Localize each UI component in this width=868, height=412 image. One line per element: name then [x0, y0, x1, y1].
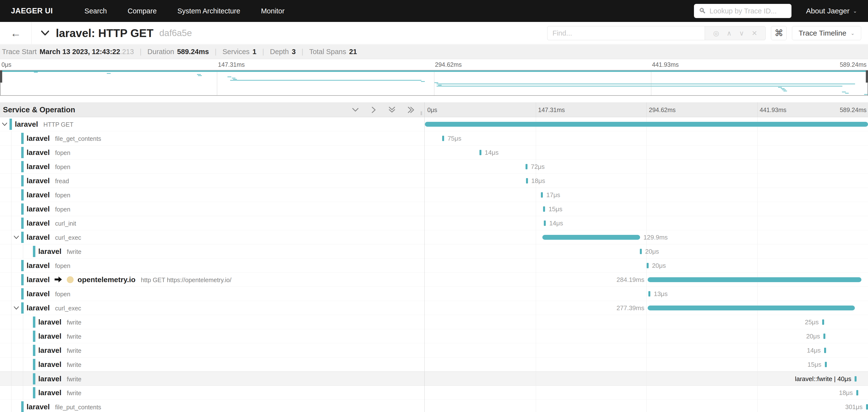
span-row[interactable]: laravelfwrite15μs [0, 357, 868, 372]
span-timeline-cell[interactable]: 18μs [425, 174, 868, 188]
span-row[interactable]: laravelfwrite20μs [0, 244, 868, 258]
span-duration-tick[interactable] [825, 362, 827, 367]
span-name-cell[interactable]: laravelopentelemetry.iohttp GET https://… [0, 273, 425, 287]
span-timeline-cell[interactable] [425, 117, 868, 131]
span-row[interactable]: laravelopentelemetry.iohttp GET https://… [0, 273, 868, 287]
span-timeline-cell[interactable]: 301μs [425, 400, 868, 412]
span-timeline-cell[interactable]: 20μs [425, 244, 868, 258]
span-duration-tick[interactable] [640, 249, 642, 254]
span-row[interactable]: laravelfopen72μs [0, 160, 868, 174]
minimap-drag-handle[interactable] [0, 70, 2, 83]
collapse-trace-chevron-icon[interactable] [40, 30, 50, 36]
span-row[interactable]: laravelfopen13μs [0, 287, 868, 301]
span-name-cell[interactable]: laravelfwrite [0, 315, 425, 329]
span-row[interactable]: laravelfile_get_contents75μs [0, 131, 868, 146]
span-timeline-cell[interactable]: 17μs [425, 188, 868, 202]
span-name-cell[interactable]: laravelfwrite [0, 244, 425, 258]
collapse-all-icon[interactable] [388, 106, 396, 114]
find-input[interactable] [552, 29, 700, 37]
span-duration-tick[interactable] [824, 334, 825, 339]
span-duration-tick[interactable] [526, 164, 527, 169]
span-timeline-cell[interactable]: 72μs [425, 160, 868, 174]
target-icon[interactable]: ◎ [713, 29, 719, 37]
span-name-cell[interactable]: laravelcurl_init [0, 216, 425, 230]
span-row[interactable]: laravelcurl_init14μs [0, 216, 868, 230]
span-name-cell[interactable]: laravelfopen [0, 160, 425, 174]
nav-item-system-architecture[interactable]: System Architecture [178, 7, 240, 15]
span-name-cell[interactable]: laravelfopen [0, 287, 425, 301]
span-name-cell[interactable]: laravelcurl_exec [0, 230, 425, 244]
span-duration-tick[interactable] [856, 390, 858, 395]
span-row[interactable]: laravelfopen15μs [0, 202, 868, 216]
nav-item-monitor[interactable]: Monitor [261, 7, 285, 15]
span-duration-tick[interactable] [647, 263, 649, 268]
span-name-cell[interactable]: laravelfwrite [0, 357, 425, 372]
span-name-cell[interactable]: laravelfopen [0, 146, 425, 160]
span-timeline-cell[interactable]: 18μs [425, 386, 868, 400]
span-timeline-cell[interactable]: 75μs [425, 131, 868, 146]
span-expander-chevron-icon[interactable] [13, 234, 20, 240]
span-duration-tick[interactable] [479, 150, 482, 155]
span-name-cell[interactable]: laravelfopen [0, 188, 425, 202]
span-timeline-cell[interactable]: 14μs [425, 343, 868, 357]
span-name-cell[interactable]: laravelfile_put_contents [0, 400, 425, 412]
span-timeline-cell[interactable]: 14μs [425, 216, 868, 230]
minimap-drag-handle[interactable] [866, 70, 868, 83]
clear-icon[interactable]: ✕ [752, 29, 757, 37]
span-name-cell[interactable]: laravelcurl_exec [0, 301, 425, 315]
span-name-cell[interactable]: laravelfopen [0, 258, 425, 273]
expand-one-icon[interactable] [370, 106, 377, 114]
span-row[interactable]: laravelfwritelaravel::fwrite | 40μs [0, 372, 868, 386]
span-name-cell[interactable]: laravelfwrite [0, 372, 425, 386]
span-name-cell[interactable]: laravelfile_get_contents [0, 131, 425, 146]
span-duration-tick[interactable] [824, 348, 826, 353]
span-expander-chevron-icon[interactable] [13, 305, 20, 311]
span-row[interactable]: laravelfwrite25μs [0, 315, 868, 329]
keyboard-shortcuts-button[interactable]: ⌘ [771, 26, 786, 40]
trace-id-input[interactable] [710, 7, 787, 15]
span-row[interactable]: laravelfread18μs [0, 174, 868, 188]
span-row[interactable]: laravelfwrite20μs [0, 329, 868, 343]
span-duration-bar[interactable] [542, 235, 640, 240]
span-timeline-cell[interactable]: 15μs [425, 202, 868, 216]
span-duration-bar[interactable] [648, 277, 861, 282]
span-row[interactable]: laravelfwrite14μs [0, 343, 868, 357]
back-button[interactable]: ← [0, 22, 32, 44]
span-row[interactable]: laravelfopen17μs [0, 188, 868, 202]
span-timeline-cell[interactable]: 20μs [425, 258, 868, 273]
span-duration-tick[interactable] [526, 178, 528, 184]
span-timeline-cell[interactable]: 129.9ms [425, 230, 868, 244]
span-duration-bar[interactable] [648, 306, 855, 310]
span-name-cell[interactable]: laravelfwrite [0, 343, 425, 357]
span-row[interactable]: laravelfile_put_contents301μs [0, 400, 868, 412]
span-duration-tick[interactable] [855, 376, 857, 382]
nav-item-search[interactable]: Search [85, 7, 107, 15]
span-timeline-cell[interactable]: 25μs [425, 315, 868, 329]
span-timeline-cell[interactable]: 15μs [425, 357, 868, 372]
span-duration-bar[interactable] [425, 122, 868, 127]
span-timeline-cell[interactable]: 20μs [425, 329, 868, 343]
span-timeline-cell[interactable]: 13μs [425, 287, 868, 301]
caret-down-icon[interactable]: ∨ [739, 29, 744, 37]
span-duration-tick[interactable] [541, 192, 543, 198]
span-duration-tick[interactable] [544, 221, 546, 226]
about-jaeger-menu[interactable]: About Jaeger ⌄ [806, 7, 857, 15]
span-name-cell[interactable]: laravelfwrite [0, 386, 425, 400]
column-resizer-handle[interactable]: ‖ [420, 110, 423, 117]
trace-view-selector[interactable]: Trace Timeline ⌄ [792, 26, 861, 40]
collapse-one-icon[interactable] [351, 106, 360, 113]
span-row[interactable]: laravelfopen20μs [0, 258, 868, 273]
trace-minimap[interactable] [0, 70, 868, 96]
span-timeline-cell[interactable]: 14μs [425, 146, 868, 160]
span-expander-chevron-icon[interactable] [1, 121, 8, 127]
span-duration-tick[interactable] [543, 207, 545, 212]
span-name-cell[interactable]: laravelfopen [0, 202, 425, 216]
span-name-cell[interactable]: laravelfread [0, 174, 425, 188]
span-duration-tick[interactable] [648, 291, 650, 296]
span-timeline-cell[interactable]: 277.39ms [425, 301, 868, 315]
span-row[interactable]: laravelHTTP GET [0, 117, 868, 131]
nav-item-compare[interactable]: Compare [128, 7, 157, 15]
expand-all-icon[interactable] [407, 106, 415, 114]
span-row[interactable]: laravelcurl_exec129.9ms [0, 230, 868, 244]
span-row[interactable]: laravelfopen14μs [0, 146, 868, 160]
